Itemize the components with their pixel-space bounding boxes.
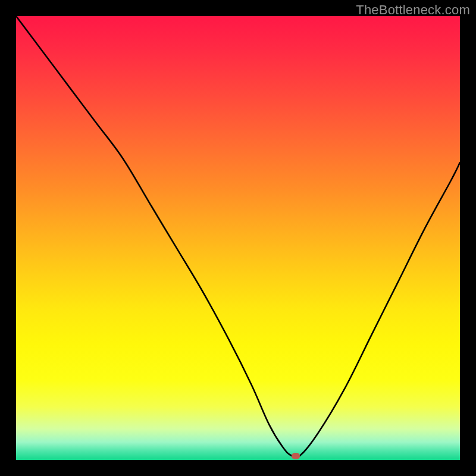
chart-frame: TheBottleneck.com (0, 0, 476, 476)
bottleneck-curve (16, 16, 460, 458)
watermark-text: TheBottleneck.com (356, 2, 470, 18)
min-marker (292, 453, 300, 459)
curve-svg (16, 16, 460, 460)
plot-area (16, 16, 460, 460)
